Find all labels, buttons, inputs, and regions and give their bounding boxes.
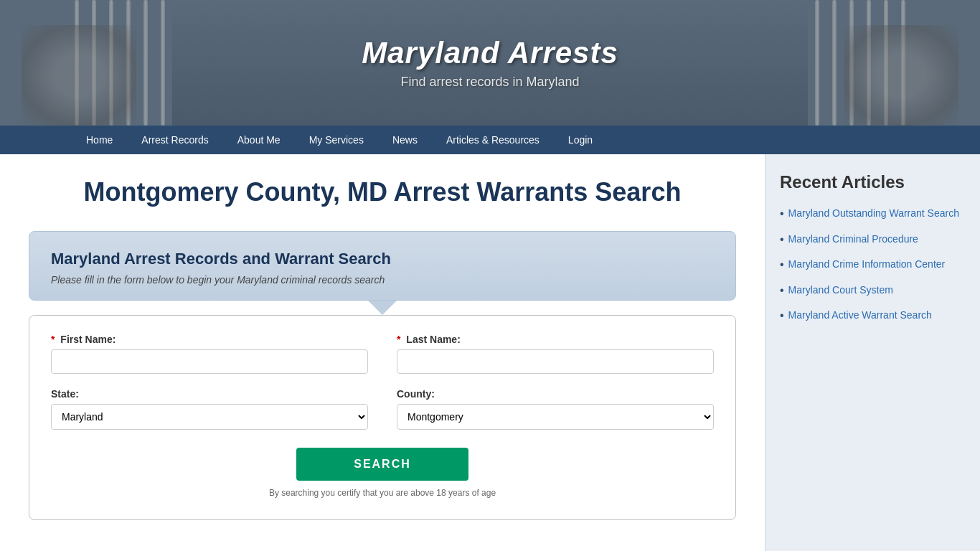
nav-item-news[interactable]: News (378, 126, 432, 154)
location-row: State: Maryland Alabama Alaska Arizona A… (51, 388, 714, 430)
site-subtitle: Find arrest records in Maryland (362, 75, 618, 90)
state-group: State: Maryland Alabama Alaska Arizona A… (51, 388, 368, 430)
nav-link-news[interactable]: News (378, 126, 432, 154)
nav-item-login[interactable]: Login (554, 126, 607, 154)
main-wrapper: Montgomery County, MD Arrest Warrants Se… (0, 154, 980, 551)
list-item: • Maryland Crime Information Center (780, 258, 966, 272)
bullet-icon: • (780, 233, 784, 246)
nav-item-articles[interactable]: Articles & Resources (432, 126, 554, 154)
form-pointer (368, 301, 397, 315)
nav-link-about-me[interactable]: About Me (223, 126, 295, 154)
county-label: County: (397, 388, 714, 400)
main-nav: Home Arrest Records About Me My Services… (0, 126, 980, 154)
article-link-3[interactable]: Maryland Crime Information Center (788, 258, 946, 272)
state-label: State: (51, 388, 368, 400)
search-btn-wrapper: SEARCH (51, 448, 714, 481)
bullet-icon: • (780, 258, 784, 271)
bullet-icon: • (780, 207, 784, 220)
page-title: Montgomery County, MD Arrest Warrants Se… (29, 176, 736, 209)
nav-item-arrest-records[interactable]: Arrest Records (127, 126, 222, 154)
list-item: • Maryland Criminal Procedure (780, 232, 966, 247)
bullet-icon: • (780, 284, 784, 297)
list-item: • Maryland Court System (780, 283, 966, 298)
bullet-icon: • (780, 309, 784, 322)
hands-left (22, 25, 136, 126)
article-link-2[interactable]: Maryland Criminal Procedure (788, 232, 918, 247)
hands-right (844, 25, 958, 126)
sidebar: Recent Articles • Maryland Outstanding W… (765, 154, 980, 551)
nav-link-login[interactable]: Login (554, 126, 607, 154)
form-disclaimer: By searching you certify that you are ab… (51, 488, 714, 498)
article-link-4[interactable]: Maryland Court System (788, 283, 893, 298)
required-star-first: * (51, 334, 55, 345)
required-star-last: * (397, 334, 400, 345)
nav-item-services[interactable]: My Services (295, 126, 378, 154)
article-link-5[interactable]: Maryland Active Warrant Search (788, 309, 932, 323)
search-form-box: * First Name: * Last Name: State: (29, 315, 736, 520)
search-button[interactable]: SEARCH (296, 448, 468, 481)
list-item: • Maryland Outstanding Warrant Search (780, 207, 966, 221)
article-link-1[interactable]: Maryland Outstanding Warrant Search (788, 207, 959, 221)
content-area: Montgomery County, MD Arrest Warrants Se… (0, 154, 765, 551)
county-group: County: Montgomery Baltimore Prince Geor… (397, 388, 714, 430)
nav-link-arrest-records[interactable]: Arrest Records (127, 126, 222, 154)
nav-link-services[interactable]: My Services (295, 126, 378, 154)
state-select[interactable]: Maryland Alabama Alaska Arizona Arkansas… (51, 404, 368, 430)
form-header-subtitle: Please fill in the form below to begin y… (51, 274, 714, 286)
first-name-input[interactable] (51, 349, 368, 374)
nav-link-home[interactable]: Home (72, 126, 127, 154)
last-name-label: * Last Name: (397, 334, 714, 345)
right-bars (808, 0, 980, 126)
left-bars (0, 0, 172, 126)
nav-link-articles[interactable]: Articles & Resources (432, 126, 554, 154)
sidebar-article-list: • Maryland Outstanding Warrant Search • … (780, 207, 966, 323)
last-name-group: * Last Name: (397, 334, 714, 374)
last-name-input[interactable] (397, 349, 714, 374)
form-header-box: Maryland Arrest Records and Warrant Sear… (29, 231, 736, 301)
nav-list: Home Arrest Records About Me My Services… (0, 126, 980, 154)
first-name-group: * First Name: (51, 334, 368, 374)
header-text: Maryland Arrests Find arrest records in … (362, 36, 618, 90)
site-title: Maryland Arrests (362, 36, 618, 70)
list-item: • Maryland Active Warrant Search (780, 309, 966, 323)
nav-item-about-me[interactable]: About Me (223, 126, 295, 154)
sidebar-title: Recent Articles (780, 172, 966, 192)
county-select[interactable]: Montgomery Baltimore Prince George's Ann… (397, 404, 714, 430)
nav-item-home[interactable]: Home (72, 126, 127, 154)
first-name-label: * First Name: (51, 334, 368, 345)
name-row: * First Name: * Last Name: (51, 334, 714, 374)
site-header: Maryland Arrests Find arrest records in … (0, 0, 980, 126)
form-header-title: Maryland Arrest Records and Warrant Sear… (51, 250, 714, 268)
